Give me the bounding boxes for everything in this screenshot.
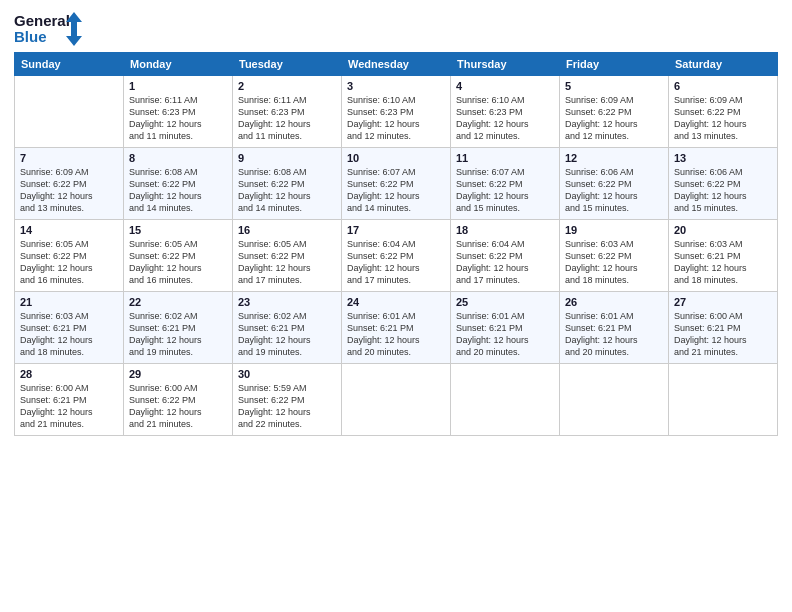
day-info: Sunrise: 6:09 AMSunset: 6:22 PMDaylight:…: [565, 94, 663, 143]
day-number: 14: [20, 224, 118, 236]
day-cell: 15Sunrise: 6:05 AMSunset: 6:22 PMDayligh…: [124, 220, 233, 292]
day-info: Sunrise: 6:05 AMSunset: 6:22 PMDaylight:…: [238, 238, 336, 287]
day-number: 23: [238, 296, 336, 308]
header-cell-thursday: Thursday: [451, 53, 560, 76]
header-row: SundayMondayTuesdayWednesdayThursdayFrid…: [15, 53, 778, 76]
day-info: Sunrise: 5:59 AMSunset: 6:22 PMDaylight:…: [238, 382, 336, 431]
day-info: Sunrise: 6:01 AMSunset: 6:21 PMDaylight:…: [456, 310, 554, 359]
day-cell: [560, 364, 669, 436]
day-cell: 3Sunrise: 6:10 AMSunset: 6:23 PMDaylight…: [342, 76, 451, 148]
day-cell: 4Sunrise: 6:10 AMSunset: 6:23 PMDaylight…: [451, 76, 560, 148]
day-number: 21: [20, 296, 118, 308]
day-number: 9: [238, 152, 336, 164]
week-row-1: 7Sunrise: 6:09 AMSunset: 6:22 PMDaylight…: [15, 148, 778, 220]
day-number: 11: [456, 152, 554, 164]
day-number: 6: [674, 80, 772, 92]
day-number: 29: [129, 368, 227, 380]
day-cell: 29Sunrise: 6:00 AMSunset: 6:22 PMDayligh…: [124, 364, 233, 436]
day-info: Sunrise: 6:05 AMSunset: 6:22 PMDaylight:…: [20, 238, 118, 287]
day-cell: 18Sunrise: 6:04 AMSunset: 6:22 PMDayligh…: [451, 220, 560, 292]
day-cell: [669, 364, 778, 436]
day-number: 22: [129, 296, 227, 308]
day-info: Sunrise: 6:03 AMSunset: 6:22 PMDaylight:…: [565, 238, 663, 287]
svg-text:Blue: Blue: [14, 28, 47, 45]
day-info: Sunrise: 6:01 AMSunset: 6:21 PMDaylight:…: [347, 310, 445, 359]
day-cell: 21Sunrise: 6:03 AMSunset: 6:21 PMDayligh…: [15, 292, 124, 364]
week-row-0: 1Sunrise: 6:11 AMSunset: 6:23 PMDaylight…: [15, 76, 778, 148]
day-info: Sunrise: 6:11 AMSunset: 6:23 PMDaylight:…: [129, 94, 227, 143]
day-number: 13: [674, 152, 772, 164]
day-info: Sunrise: 6:10 AMSunset: 6:23 PMDaylight:…: [456, 94, 554, 143]
day-number: 5: [565, 80, 663, 92]
day-number: 4: [456, 80, 554, 92]
day-number: 19: [565, 224, 663, 236]
day-info: Sunrise: 6:00 AMSunset: 6:22 PMDaylight:…: [129, 382, 227, 431]
day-cell: 30Sunrise: 5:59 AMSunset: 6:22 PMDayligh…: [233, 364, 342, 436]
calendar-table: SundayMondayTuesdayWednesdayThursdayFrid…: [14, 52, 778, 436]
day-number: 1: [129, 80, 227, 92]
day-info: Sunrise: 6:06 AMSunset: 6:22 PMDaylight:…: [674, 166, 772, 215]
day-info: Sunrise: 6:00 AMSunset: 6:21 PMDaylight:…: [20, 382, 118, 431]
day-cell: 10Sunrise: 6:07 AMSunset: 6:22 PMDayligh…: [342, 148, 451, 220]
day-number: 3: [347, 80, 445, 92]
day-cell: 13Sunrise: 6:06 AMSunset: 6:22 PMDayligh…: [669, 148, 778, 220]
header-cell-tuesday: Tuesday: [233, 53, 342, 76]
day-cell: 12Sunrise: 6:06 AMSunset: 6:22 PMDayligh…: [560, 148, 669, 220]
day-number: 8: [129, 152, 227, 164]
day-info: Sunrise: 6:09 AMSunset: 6:22 PMDaylight:…: [674, 94, 772, 143]
day-cell: 22Sunrise: 6:02 AMSunset: 6:21 PMDayligh…: [124, 292, 233, 364]
day-cell: 5Sunrise: 6:09 AMSunset: 6:22 PMDaylight…: [560, 76, 669, 148]
header-cell-monday: Monday: [124, 53, 233, 76]
day-cell: 17Sunrise: 6:04 AMSunset: 6:22 PMDayligh…: [342, 220, 451, 292]
day-cell: 20Sunrise: 6:03 AMSunset: 6:21 PMDayligh…: [669, 220, 778, 292]
day-cell: 23Sunrise: 6:02 AMSunset: 6:21 PMDayligh…: [233, 292, 342, 364]
header: GeneralBlue: [14, 10, 778, 48]
day-cell: 1Sunrise: 6:11 AMSunset: 6:23 PMDaylight…: [124, 76, 233, 148]
day-cell: 24Sunrise: 6:01 AMSunset: 6:21 PMDayligh…: [342, 292, 451, 364]
day-cell: [342, 364, 451, 436]
day-info: Sunrise: 6:10 AMSunset: 6:23 PMDaylight:…: [347, 94, 445, 143]
day-number: 26: [565, 296, 663, 308]
day-cell: 9Sunrise: 6:08 AMSunset: 6:22 PMDaylight…: [233, 148, 342, 220]
day-info: Sunrise: 6:01 AMSunset: 6:21 PMDaylight:…: [565, 310, 663, 359]
day-cell: 28Sunrise: 6:00 AMSunset: 6:21 PMDayligh…: [15, 364, 124, 436]
day-number: 17: [347, 224, 445, 236]
svg-text:General: General: [14, 12, 70, 29]
day-cell: 11Sunrise: 6:07 AMSunset: 6:22 PMDayligh…: [451, 148, 560, 220]
day-info: Sunrise: 6:07 AMSunset: 6:22 PMDaylight:…: [456, 166, 554, 215]
day-cell: 27Sunrise: 6:00 AMSunset: 6:21 PMDayligh…: [669, 292, 778, 364]
day-number: 20: [674, 224, 772, 236]
day-info: Sunrise: 6:04 AMSunset: 6:22 PMDaylight:…: [347, 238, 445, 287]
day-info: Sunrise: 6:08 AMSunset: 6:22 PMDaylight:…: [129, 166, 227, 215]
day-info: Sunrise: 6:06 AMSunset: 6:22 PMDaylight:…: [565, 166, 663, 215]
day-info: Sunrise: 6:05 AMSunset: 6:22 PMDaylight:…: [129, 238, 227, 287]
day-number: 7: [20, 152, 118, 164]
day-info: Sunrise: 6:03 AMSunset: 6:21 PMDaylight:…: [20, 310, 118, 359]
week-row-4: 28Sunrise: 6:00 AMSunset: 6:21 PMDayligh…: [15, 364, 778, 436]
day-cell: 8Sunrise: 6:08 AMSunset: 6:22 PMDaylight…: [124, 148, 233, 220]
day-cell: 2Sunrise: 6:11 AMSunset: 6:23 PMDaylight…: [233, 76, 342, 148]
day-number: 16: [238, 224, 336, 236]
day-info: Sunrise: 6:11 AMSunset: 6:23 PMDaylight:…: [238, 94, 336, 143]
day-number: 28: [20, 368, 118, 380]
day-info: Sunrise: 6:02 AMSunset: 6:21 PMDaylight:…: [238, 310, 336, 359]
day-cell: [451, 364, 560, 436]
logo: GeneralBlue: [14, 10, 84, 48]
day-cell: 14Sunrise: 6:05 AMSunset: 6:22 PMDayligh…: [15, 220, 124, 292]
day-number: 12: [565, 152, 663, 164]
week-row-3: 21Sunrise: 6:03 AMSunset: 6:21 PMDayligh…: [15, 292, 778, 364]
day-number: 10: [347, 152, 445, 164]
day-number: 2: [238, 80, 336, 92]
week-row-2: 14Sunrise: 6:05 AMSunset: 6:22 PMDayligh…: [15, 220, 778, 292]
day-info: Sunrise: 6:00 AMSunset: 6:21 PMDaylight:…: [674, 310, 772, 359]
day-info: Sunrise: 6:03 AMSunset: 6:21 PMDaylight:…: [674, 238, 772, 287]
day-info: Sunrise: 6:04 AMSunset: 6:22 PMDaylight:…: [456, 238, 554, 287]
day-cell: 6Sunrise: 6:09 AMSunset: 6:22 PMDaylight…: [669, 76, 778, 148]
day-cell: 16Sunrise: 6:05 AMSunset: 6:22 PMDayligh…: [233, 220, 342, 292]
header-cell-saturday: Saturday: [669, 53, 778, 76]
day-number: 27: [674, 296, 772, 308]
day-cell: 19Sunrise: 6:03 AMSunset: 6:22 PMDayligh…: [560, 220, 669, 292]
logo-svg: GeneralBlue: [14, 10, 84, 48]
day-info: Sunrise: 6:09 AMSunset: 6:22 PMDaylight:…: [20, 166, 118, 215]
day-info: Sunrise: 6:08 AMSunset: 6:22 PMDaylight:…: [238, 166, 336, 215]
